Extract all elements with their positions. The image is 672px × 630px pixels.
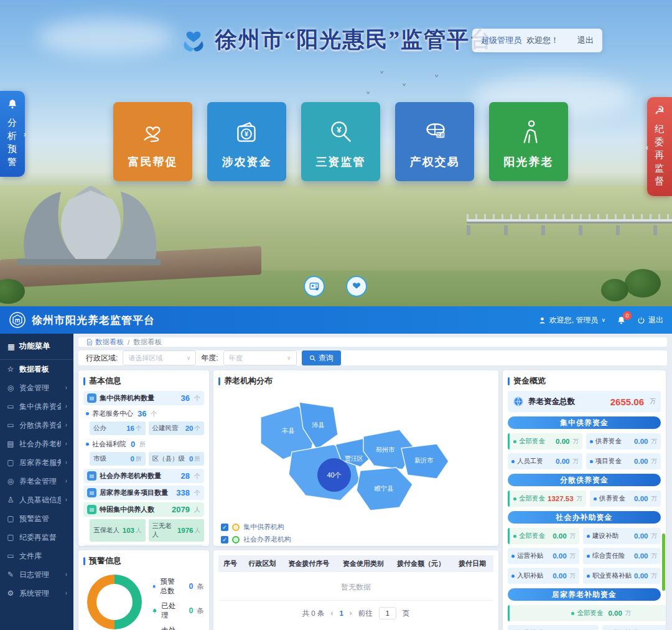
total-funds-value: 2655.06 — [610, 397, 644, 407]
goto-page-input[interactable] — [379, 607, 396, 619]
sidebar-item-预警监管[interactable]: ▢预警监管 — [0, 509, 73, 528]
scrollbar-thumb[interactable] — [662, 534, 665, 591]
sidebar-item-社会办养老机构[interactable]: ▤社会办养老机构› — [0, 435, 73, 453]
sidebar-item-数据看板[interactable]: ☆数据看板 — [0, 360, 73, 378]
filter-bar: 行政区域: 请选择区域 ∨ 年度: 年度 ∨ 查询 — [78, 350, 667, 365]
warning-info-panel: 预警信息 预警总数0条已处理0条未处理0条 已处理未处理 — [78, 550, 209, 630]
chip-五保老人: 五保老人103人 — [90, 519, 146, 542]
funds-cell-value: 0.00 — [553, 572, 566, 580]
checkbox-checked-icon[interactable]: ✓ — [221, 536, 228, 543]
warning-stat-unit: 条 — [197, 582, 205, 591]
map-region-label: 新沂市 — [414, 457, 434, 464]
stat-value: 28 — [181, 471, 190, 481]
sidebar-item-label: 日志管理 — [19, 570, 49, 579]
globe-icon — [513, 396, 524, 407]
next-page-button[interactable]: › — [350, 609, 352, 618]
total-funds-unit: 万 — [650, 397, 656, 406]
sidebar-item-纪委再监督[interactable]: ▢纪委再监督 — [0, 528, 73, 547]
main-content: 数据看板 / 数据看板 行政区域: 请选择区域 ∨ 年度: 年度 ∨ 查询 — [73, 334, 672, 630]
funds-cell-label: 全部资金 — [519, 437, 545, 446]
legend-label: 集中供养机构 — [243, 522, 284, 532]
chevron-right-icon: › — [65, 421, 67, 430]
svg-text:¥: ¥ — [245, 131, 248, 138]
sidebar-item-居家养老服务项目[interactable]: ▢居家养老服务项目› — [0, 453, 73, 472]
sidebar-item-文件库[interactable]: ▭文件库 — [0, 547, 73, 565]
search-icon — [309, 355, 316, 362]
cloud-decoration — [37, 19, 174, 56]
tile-label: 产权交易 — [410, 154, 460, 169]
module-tile-产权交易[interactable]: 交易产权交易 — [395, 102, 474, 181]
chip-unit: 人 — [195, 527, 201, 535]
sidebar-item-日志管理[interactable]: ✎日志管理› — [0, 565, 73, 584]
page-suffix: 页 — [403, 609, 410, 618]
breadcrumb-root[interactable]: 数据看板 — [86, 337, 124, 347]
user-menu[interactable]: 欢迎您, 管理员 ∨ — [538, 315, 605, 326]
sidebar-item-label: 纪委再监督 — [19, 533, 57, 542]
sidebar-item-人员基础信息[interactable]: ♙人员基础信息› — [0, 491, 73, 509]
logout-button[interactable]: 退出 — [637, 315, 663, 326]
module-tile-富民帮促[interactable]: 富民帮促 — [113, 102, 192, 181]
sidebar-item-集中供养资金[interactable]: ▭集中供养资金› — [0, 397, 73, 416]
module-tile-三资监管[interactable]: ¥三资监管 — [301, 102, 380, 181]
sub-stat-unit: 个 — [151, 410, 157, 418]
funds-cells: 全部资金0.00万建设补助0.00万运营补贴0.00万综合责任险0.00万入职补… — [508, 528, 661, 584]
funds-cells: 全部资金0.00万供养资金0.00万人员工资0.00万项目资金0.00万 — [508, 433, 661, 469]
map-legend-item-集中供养机构[interactable]: ✓集中供养机构 — [221, 522, 298, 532]
sidebar-item-系统管理[interactable]: ⚙系统管理› — [0, 584, 73, 603]
chip-label: 公建民营 — [152, 424, 179, 433]
logout-label: 退出 — [648, 315, 663, 326]
bullet-icon — [86, 412, 89, 415]
chip-unit: 人 — [136, 527, 142, 535]
sidebar-item-分散供养资金[interactable]: ▭分散供养资金› — [0, 416, 73, 435]
prev-page-button[interactable]: ‹ — [330, 609, 333, 618]
hero-logout-button[interactable]: 退出 — [577, 35, 594, 46]
funds-cell-unit: 万 — [577, 495, 583, 503]
sidebar-item-养老金管理[interactable]: ◎养老金管理› — [0, 472, 73, 491]
query-button[interactable]: 查询 — [302, 350, 341, 365]
id-card-button[interactable] — [304, 276, 325, 297]
funds-cell-value: 0.00 — [556, 438, 569, 445]
table-column-拨付日期: 拨付日期 — [454, 555, 493, 572]
funds-cell-label: 供养资金 — [599, 494, 625, 503]
funds-cell-项目资金: 项目资金0.00万 — [586, 453, 661, 469]
bullet-icon — [587, 555, 590, 558]
xuzhou-districts-map[interactable]: 丰县 沛县 贾汪区 邳州市 新沂市 睢宁县 40个 — [218, 391, 493, 523]
sidebar-item-资金管理[interactable]: ◎资金管理› — [0, 378, 73, 397]
region-select[interactable]: 请选择区域 ∨ — [123, 350, 196, 365]
chip-三无老人: 三无老人1976人 — [149, 519, 205, 542]
map-panel-title: 养老机构分布 — [218, 375, 493, 387]
funds-cell-unit: 万 — [570, 532, 576, 540]
care-heart-button[interactable] — [346, 276, 367, 297]
warning-stat-value: 0 — [189, 606, 194, 615]
module-tile-阳光养老[interactable]: 阳光养老 — [489, 102, 568, 181]
funds-cell-unit: 万 — [651, 438, 658, 446]
chevron-right-icon: › — [24, 129, 26, 139]
table-column-资金使用类别: 资金使用类别 — [338, 555, 392, 572]
stat-unit: 人 — [194, 505, 200, 514]
sub-stat-养老服务中心: 养老服务中心36个 — [83, 408, 204, 420]
sidebar-item-label: 预警监管 — [19, 514, 49, 523]
analysis-warning-tab[interactable]: 分析预警 › — [0, 91, 25, 177]
doc-icon: ▤ — [6, 440, 15, 448]
discipline-supervision-tab[interactable]: ☭ 纪委再监督 ‹ — [647, 97, 672, 196]
module-tile-涉农资金[interactable]: ¥涉农资金 — [207, 102, 286, 181]
checkbox-checked-icon[interactable]: ✓ — [221, 524, 228, 531]
chevron-right-icon: › — [65, 477, 67, 486]
funds-cell-value: 0.00 — [634, 572, 648, 580]
folder-icon: ▭ — [6, 402, 15, 411]
party-emblem-icon: ☭ — [655, 105, 665, 116]
map-legend-item-社会办养老机构[interactable]: ✓社会办养老机构 — [221, 535, 298, 544]
notifications-button[interactable]: 0 — [617, 316, 626, 325]
bullet-icon — [594, 497, 597, 501]
year-select[interactable]: 年度 ∨ — [223, 350, 297, 365]
bullet-icon — [511, 460, 515, 463]
funds-cell-入职补贴: 入职补贴0.00万 — [508, 568, 579, 584]
chip-value: 103 — [123, 527, 134, 534]
stat-value: 338 — [176, 488, 190, 497]
institution-map-panel: 养老机构分布 丰县 — [213, 370, 498, 546]
table-pagination: 共 0 条 ‹ 1 › 前往 页 — [218, 607, 493, 619]
funds-cells: 全部资金1327.53万供养资金0.00万 — [508, 491, 661, 507]
map-legend: ✓集中供养机构✓社会办养老机构✓居家养老服务项目 — [221, 522, 298, 546]
sidebar-item-label: 系统管理 — [19, 589, 49, 598]
current-page-button[interactable]: 1 — [339, 609, 343, 617]
